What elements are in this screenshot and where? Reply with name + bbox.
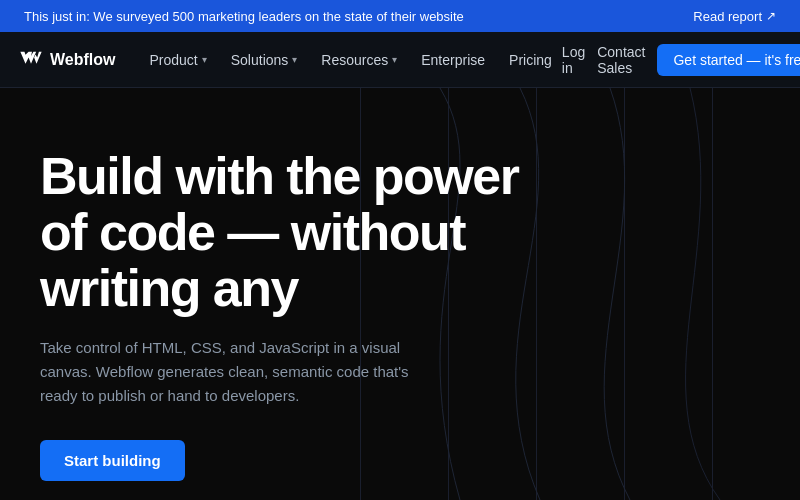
nav-links: Product ▾ Solutions ▾ Resources ▾ Enterp… xyxy=(139,46,561,74)
nav-link-resources[interactable]: Resources ▾ xyxy=(311,46,407,74)
nav-left: Webflow Product ▾ Solutions ▾ Resources … xyxy=(20,46,562,74)
chevron-down-icon: ▾ xyxy=(392,54,397,65)
chevron-down-icon: ▾ xyxy=(292,54,297,65)
announcement-text: This just in: We surveyed 500 marketing … xyxy=(24,9,464,24)
start-building-button[interactable]: Start building xyxy=(40,440,185,481)
announcement-bar: This just in: We surveyed 500 marketing … xyxy=(0,0,800,32)
hero-subtitle: Take control of HTML, CSS, and JavaScrip… xyxy=(40,336,440,408)
get-started-button[interactable]: Get started — it's free xyxy=(657,44,800,76)
bg-line-3 xyxy=(536,88,624,500)
chevron-down-icon: ▾ xyxy=(202,54,207,65)
webflow-logo-icon xyxy=(20,49,42,71)
nav-link-enterprise[interactable]: Enterprise xyxy=(411,46,495,74)
navbar: Webflow Product ▾ Solutions ▾ Resources … xyxy=(0,32,800,88)
bg-line-5 xyxy=(712,88,800,500)
hero-content: Build with the power of code — without w… xyxy=(40,148,520,481)
nav-right: Log in Contact Sales Get started — it's … xyxy=(562,44,800,76)
logo-text: Webflow xyxy=(50,51,115,69)
nav-logo[interactable]: Webflow xyxy=(20,49,115,71)
nav-link-solutions[interactable]: Solutions ▾ xyxy=(221,46,308,74)
hero-title: Build with the power of code — without w… xyxy=(40,148,520,316)
login-link[interactable]: Log in xyxy=(562,44,585,76)
nav-link-product[interactable]: Product ▾ xyxy=(139,46,216,74)
hero-section: Build with the power of code — without w… xyxy=(0,88,800,500)
nav-link-pricing[interactable]: Pricing xyxy=(499,46,562,74)
read-report-link[interactable]: Read report xyxy=(693,9,776,24)
bg-line-4 xyxy=(624,88,712,500)
contact-sales-link[interactable]: Contact Sales xyxy=(597,44,645,76)
